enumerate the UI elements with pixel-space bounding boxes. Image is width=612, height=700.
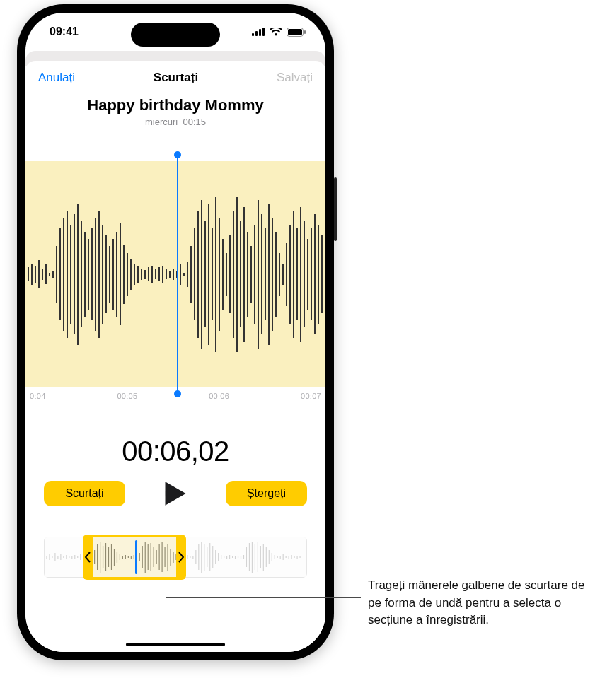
recording-day: miercuri — [145, 117, 178, 127]
trim-sheet: Anulați Scurtați Salvați Happy birthday … — [25, 61, 325, 652]
recording-title: Happy birthday Mommy — [25, 96, 325, 115]
tick-label: 00:05 — [117, 392, 137, 400]
trim-handle-left[interactable] — [83, 535, 93, 580]
trim-overview[interactable] — [44, 537, 307, 578]
cancel-button[interactable]: Anulați — [38, 71, 75, 85]
callout-text: Trageți mânerele galbene de scurtare de … — [368, 577, 594, 629]
tick-label: 00:06 — [209, 392, 229, 400]
cellular-icon — [252, 28, 265, 36]
waveform-graphic — [25, 161, 325, 387]
playhead[interactable] — [177, 154, 178, 395]
callout-leader-line — [166, 597, 361, 598]
play-icon — [163, 480, 187, 507]
trim-handle-right[interactable] — [176, 535, 186, 580]
tick-label: 00:07 — [301, 392, 321, 400]
dynamic-island — [131, 23, 220, 47]
controls-row: Scurtați Ștergeți — [25, 467, 325, 507]
recording-duration: 00:15 — [183, 117, 206, 127]
home-indicator[interactable] — [126, 643, 225, 646]
wifi-icon — [270, 28, 282, 36]
save-button[interactable]: Salvați — [277, 71, 313, 85]
sheet-nav: Anulați Scurtați Salvați — [25, 61, 325, 89]
svg-rect-6 — [304, 30, 306, 34]
iphone-screen: 09:41 — [25, 13, 325, 652]
trim-playhead[interactable] — [135, 540, 137, 574]
svg-rect-5 — [288, 29, 302, 35]
recording-metadata: miercuri 00:15 — [25, 117, 325, 127]
play-button[interactable] — [163, 480, 187, 507]
status-time: 09:41 — [50, 25, 79, 38]
sheet-title: Scurtați — [154, 71, 198, 85]
svg-rect-0 — [252, 33, 254, 36]
waveform-main[interactable] — [25, 161, 325, 387]
svg-rect-2 — [259, 29, 261, 36]
svg-rect-3 — [262, 28, 265, 36]
current-time: 00:06,02 — [25, 436, 325, 467]
svg-rect-1 — [255, 31, 258, 36]
tick-label: 0:04 — [30, 392, 46, 400]
trim-selection[interactable] — [86, 535, 183, 580]
trim-dim-left — [45, 537, 86, 577]
battery-icon — [287, 28, 306, 37]
iphone-device-frame: 09:41 — [17, 4, 334, 660]
status-icons — [252, 28, 306, 37]
trim-dim-right — [183, 537, 306, 577]
delete-button[interactable]: Ștergeți — [226, 481, 307, 506]
trim-button[interactable]: Scurtați — [44, 481, 125, 506]
